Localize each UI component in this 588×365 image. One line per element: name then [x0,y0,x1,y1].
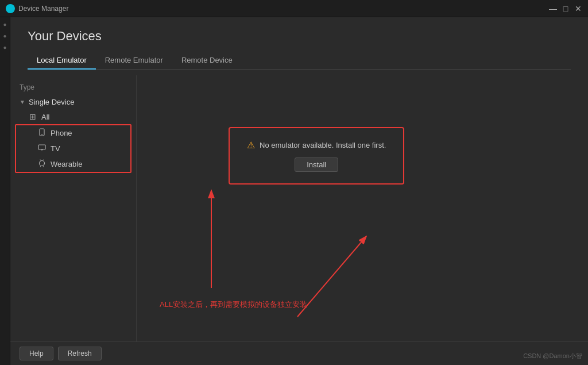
page-title: Your Devices [28,29,571,44]
wearable-icon [37,159,47,169]
sidebar-icon-3: ● [1,43,10,52]
window-controls: — □ ✕ [549,5,582,13]
svg-line-8 [43,160,44,161]
svg-point-6 [40,161,45,166]
help-button[interactable]: Help [20,347,53,360]
tv-label: TV [51,144,60,153]
minimize-button[interactable]: — [549,5,557,13]
tab-local-emulator[interactable]: Local Emulator [28,52,96,70]
svg-point-0 [8,6,13,11]
tree-item-phone[interactable]: Phone [16,125,130,141]
phone-icon [37,128,47,138]
single-device-label: Single Device [29,98,75,106]
body-area: Type ▼ Single Device ⊞ All [10,75,588,341]
tree-item-all[interactable]: ⊞ All [10,109,136,124]
warning-icon: ⚠ [247,140,255,151]
tab-remote-emulator[interactable]: Remote Emulator [96,52,172,70]
no-emulator-box: ⚠ No emulator available. Install one fir… [229,127,404,185]
title-bar-left: Device Manager [6,4,68,13]
tree-item-wearable[interactable]: Wearable [16,156,130,172]
sidebar-icon-1: ● [1,20,10,29]
device-group-box: Phone TV [15,124,131,173]
chevron-icon: ▼ [20,99,25,105]
footer: Help Refresh [10,341,588,365]
annotation-text: ALL安装之后，再到需要模拟的设备独立安装 [160,299,307,310]
tree-item-tv[interactable]: TV [16,141,130,156]
tabs-bar: Local Emulator Remote Emulator Remote De… [28,52,571,70]
tv-icon [37,144,47,153]
left-panel: Type ▼ Single Device ⊞ All [10,75,137,341]
no-emulator-text: No emulator available. Install one first… [260,141,386,149]
phone-label: Phone [51,129,72,137]
close-button[interactable]: ✕ [574,5,582,13]
svg-line-7 [40,160,41,161]
tab-remote-device[interactable]: Remote Device [172,52,242,70]
svg-line-10 [43,166,44,167]
all-icon: ⊞ [28,112,38,121]
install-button[interactable]: Install [295,157,338,172]
refresh-button[interactable]: Refresh [58,347,102,360]
app-logo [6,4,15,13]
app-title: Device Manager [18,5,68,13]
watermark: CSDN @Damon小智 [523,352,582,360]
svg-line-9 [40,166,41,167]
main-content: Your Devices Local Emulator Remote Emula… [10,17,588,365]
type-label: Type [10,82,136,95]
right-panel: ⚠ No emulator available. Install one fir… [137,75,588,341]
page-header: Your Devices Local Emulator Remote Emula… [10,17,588,75]
sidebar-icon-2: ● [1,31,10,40]
tree-item-single-device[interactable]: ▼ Single Device [10,95,136,109]
svg-rect-3 [38,145,45,149]
all-label: All [41,113,49,121]
maximize-button[interactable]: □ [562,5,570,13]
wearable-label: Wearable [51,160,82,168]
no-emulator-message: ⚠ No emulator available. Install one fir… [247,140,386,151]
ide-sidebar: ● ● ● [0,17,10,365]
title-bar: Device Manager — □ ✕ [0,0,588,17]
svg-line-13 [297,236,366,317]
